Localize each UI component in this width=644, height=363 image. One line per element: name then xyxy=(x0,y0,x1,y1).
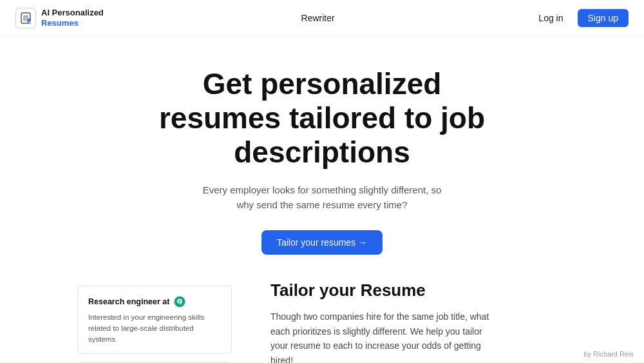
hero-subtitle: Every employer looks for something sligh… xyxy=(193,182,451,213)
footer-credit: by Richard Reis xyxy=(583,350,634,358)
job-card-1-desc: Interested in your engineering skills re… xyxy=(88,312,221,344)
hero-title: Get personalized resumes tailored to job… xyxy=(142,67,502,170)
login-button[interactable]: Log in xyxy=(532,9,569,27)
cta-button[interactable]: Tailor your resumes → xyxy=(261,230,383,255)
company-icon-1 xyxy=(173,295,186,308)
job-card-1: Research engineer at Interested in your … xyxy=(77,286,232,354)
job-card-1-title: Research engineer at xyxy=(88,297,169,306)
lower-section: Research engineer at Interested in your … xyxy=(0,280,644,363)
svg-point-7 xyxy=(179,300,181,302)
tailor-section: Tailor your Resume Though two companies … xyxy=(270,280,567,363)
tailor-description: Though two companies hire for the same j… xyxy=(270,309,489,363)
logo-icon: AI xyxy=(15,8,36,28)
tailor-title: Tailor your Resume xyxy=(270,280,567,300)
logo-text: AI Personalized Resumes xyxy=(41,8,104,28)
auth-area: Log in Sign up xyxy=(532,9,629,27)
job-card-1-header: Research engineer at xyxy=(88,295,221,308)
job-cards-column: Research engineer at Interested in your … xyxy=(77,286,232,363)
signup-button[interactable]: Sign up xyxy=(578,9,629,27)
svg-text:AI: AI xyxy=(28,19,31,23)
nav-rewriter[interactable]: Rewriter xyxy=(301,13,335,23)
main-nav: Rewriter xyxy=(301,13,335,23)
logo[interactable]: AI AI Personalized Resumes xyxy=(15,8,104,28)
